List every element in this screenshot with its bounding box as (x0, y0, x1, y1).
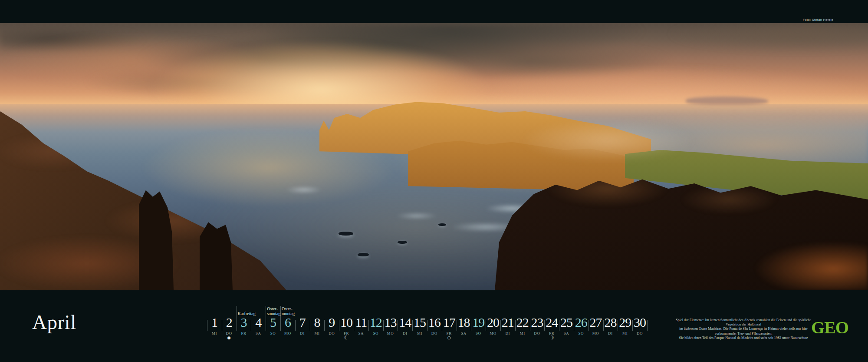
day-number: 8 (310, 316, 325, 329)
day-number: 16 (427, 316, 442, 329)
calendar-day: 18SA (457, 302, 471, 346)
weekday-abbr: MI (515, 331, 530, 335)
day-number: 22 (515, 316, 530, 329)
photo-distant-island (686, 96, 768, 104)
day-number: 28 (603, 316, 618, 329)
weekday-abbr: MI (618, 331, 632, 335)
weekday-abbr: SA (251, 331, 266, 335)
holiday-label: Oster- sonntag (267, 307, 280, 316)
calendar-day: 11SA (354, 302, 368, 346)
calendar-day: 8MI (310, 302, 325, 346)
calendar-day: 15MI (412, 302, 427, 346)
day-number: 19 (471, 316, 486, 329)
photo-credit: Foto: Stefan Hefele (803, 18, 833, 22)
day-number: 23 (530, 316, 545, 329)
day-number: 6 (280, 316, 295, 329)
day-number: 10 (339, 316, 354, 329)
calendar-day: 25SA (559, 302, 574, 346)
day-number: 9 (324, 316, 339, 329)
day-number: 27 (589, 316, 603, 329)
weekday-abbr: MO (280, 331, 295, 335)
day-number: 29 (618, 316, 632, 329)
calendar-day: 16DO (427, 302, 442, 346)
weekday-abbr: SO (471, 331, 486, 335)
calendar-day: 20MO (486, 302, 500, 346)
photo-caption: Spiel der Elemente: Im letzten Sonnenlic… (674, 318, 813, 340)
calendar-day: 24FR☽ (544, 302, 559, 346)
day-number: 20 (486, 316, 500, 329)
calendar-day: 30DO (632, 302, 647, 346)
calendar-day: 1MI (207, 302, 222, 346)
day-separator (647, 320, 648, 331)
day-number: 26 (574, 316, 589, 329)
day-number: 14 (398, 316, 412, 329)
calendar-day: 28DI (603, 302, 618, 346)
full-moon-icon: ● (222, 335, 237, 340)
weekday-abbr: DI (500, 331, 515, 335)
new-moon-icon: ○ (442, 335, 457, 340)
weekday-abbr: SA (559, 331, 574, 335)
calendar-day: Oster- montag6MO (280, 302, 295, 346)
day-number: 12 (368, 316, 383, 329)
calendar-day: 2DO● (222, 302, 237, 346)
weekday-abbr: MO (486, 331, 500, 335)
calendar-strip: 1MI2DO●Karfreitag3FR4SAOster- sonntag5SO… (207, 302, 647, 346)
weekday-abbr: MO (383, 331, 398, 335)
calendar-day: 21DI (500, 302, 515, 346)
weekday-abbr: DI (398, 331, 412, 335)
day-number: 15 (412, 316, 427, 329)
day-number: 30 (632, 316, 647, 329)
weekday-abbr: MI (207, 331, 222, 335)
calendar-day: 22MI (515, 302, 530, 346)
holiday-label: Karfreitag (238, 312, 256, 316)
calendar-day: 9DO (324, 302, 339, 346)
weekday-abbr: FR (442, 331, 457, 335)
weekday-abbr: FR (237, 331, 251, 335)
day-number: 25 (559, 316, 574, 329)
day-number: 11 (354, 316, 368, 329)
calendar-day: 14DI (398, 302, 412, 346)
day-number: 2 (222, 316, 237, 329)
weekday-abbr: DI (295, 331, 310, 335)
calendar-day: Karfreitag3FR (237, 302, 251, 346)
calendar-day: 26SO (574, 302, 589, 346)
weekday-abbr: DI (603, 331, 618, 335)
calendar-day: 7DI (295, 302, 310, 346)
weekday-abbr: SA (354, 331, 368, 335)
day-number: 13 (383, 316, 398, 329)
calendar-photo (0, 23, 868, 290)
caption-line: Sie bildet einen Teil des Parque Natural… (674, 336, 813, 340)
weekday-abbr: DO (222, 331, 237, 335)
calendar-day: 10FR☾ (339, 302, 354, 346)
day-number: 24 (544, 316, 559, 329)
calendar-day: 12SO (368, 302, 383, 346)
weekday-abbr: DO (530, 331, 545, 335)
day-number: 1 (207, 316, 222, 329)
calendar-day: 17FR○ (442, 302, 457, 346)
calendar-day: 29MI (618, 302, 632, 346)
day-number: 5 (266, 316, 280, 329)
weekday-abbr: MI (310, 331, 325, 335)
caption-line: Spiel der Elemente: Im letzten Sonnenlic… (674, 318, 813, 327)
day-number: 4 (251, 316, 266, 329)
weekday-abbr: MI (412, 331, 427, 335)
day-number: 18 (457, 316, 471, 329)
day-number: 17 (442, 316, 457, 329)
holiday-label: Oster- montag (282, 307, 295, 316)
weekday-abbr: DO (632, 331, 647, 335)
calendar-day: Oster- sonntag5SO (266, 302, 280, 346)
weekday-abbr: SO (574, 331, 589, 335)
weekday-abbr: DO (427, 331, 442, 335)
calendar-day: 23DO (530, 302, 545, 346)
weekday-abbr: SO (266, 331, 280, 335)
day-number: 7 (295, 316, 310, 329)
calendar-day: 27MO (589, 302, 603, 346)
calendar-day: 19SO (471, 302, 486, 346)
weekday-abbr: MO (589, 331, 603, 335)
calendar-day: 13MO (383, 302, 398, 346)
day-number: 21 (500, 316, 515, 329)
last-quarter-moon-icon: ☾ (339, 335, 354, 340)
first-quarter-moon-icon: ☽ (544, 335, 559, 340)
weekday-abbr: DO (324, 331, 339, 335)
weekday-abbr: SO (368, 331, 383, 335)
